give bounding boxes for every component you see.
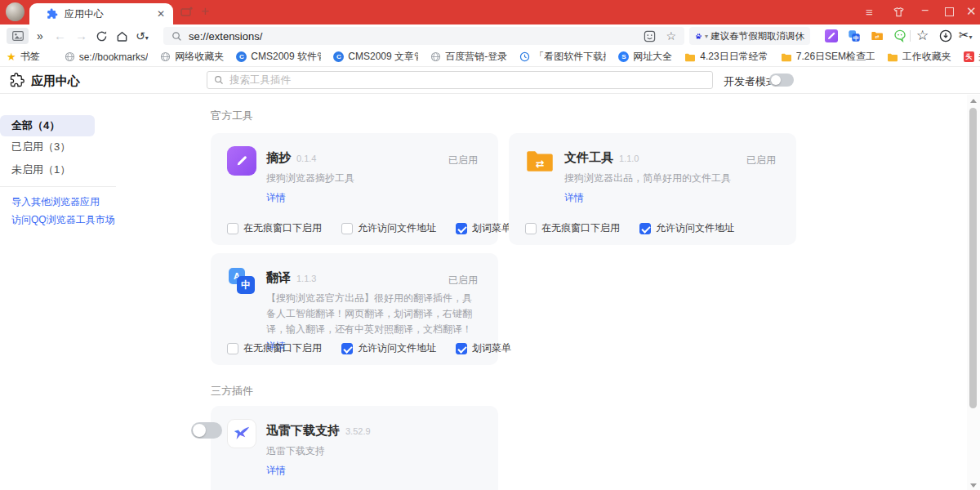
bookmark-label: 书签 — [20, 50, 40, 64]
maximize-icon[interactable] — [945, 7, 954, 16]
bookmark-item[interactable]: 「看图软件下载排 — [519, 50, 606, 64]
vertical-scrollbar[interactable] — [967, 95, 980, 490]
cms-icon: C — [333, 51, 344, 62]
checkbox[interactable] — [227, 223, 238, 234]
file-access-option[interactable]: 允许访问文件地址 — [341, 221, 436, 235]
puzzle-icon — [10, 73, 24, 87]
favorites-star-icon[interactable]: ☆ — [916, 27, 929, 44]
extension-version: 1.1.0 — [619, 154, 639, 163]
globe-icon — [430, 51, 441, 62]
detail-link[interactable]: 详情 — [266, 191, 286, 205]
checkbox[interactable] — [639, 223, 651, 234]
extension-green-icon[interactable] — [893, 29, 906, 42]
bookmark-item[interactable]: CCMS2009 文章管 — [333, 50, 418, 64]
toolbar-divider — [910, 30, 911, 42]
menu-icon[interactable]: ≡ — [866, 5, 873, 19]
bookmark-item[interactable]: S网址大全 — [618, 50, 672, 64]
sidebar-filter-disabled[interactable]: 未启用（1） — [11, 163, 70, 177]
extension-file-icon[interactable]: ⇄ — [871, 29, 884, 42]
extension-excerpt-icon[interactable] — [825, 29, 838, 42]
restore-session-icon[interactable]: ↺▾ — [136, 29, 149, 46]
reload-icon[interactable] — [96, 30, 108, 42]
extension-translate-icon[interactable]: 中 — [848, 29, 861, 42]
plugin-search-input[interactable] — [229, 74, 706, 86]
bookmark-item[interactable]: 网络收藏夹 — [160, 50, 224, 64]
tab-close-icon[interactable]: ✕ — [157, 9, 165, 19]
home-icon[interactable] — [116, 30, 128, 42]
bookmark-item[interactable]: 7.26日SEM检查工 — [781, 50, 875, 64]
minimize-icon[interactable]: − — [921, 3, 929, 18]
scroll-up-icon[interactable] — [970, 99, 977, 103]
detail-link[interactable]: 详情 — [266, 464, 286, 478]
scroll-down-icon[interactable] — [970, 483, 977, 488]
screenshot-scissors-icon[interactable]: ✂▾ — [959, 28, 973, 42]
back-icon[interactable]: ← — [54, 29, 66, 43]
close-window-icon[interactable]: ✕ — [966, 4, 977, 19]
file-access-option[interactable]: 允许访问文件地址 — [341, 341, 436, 355]
scrollbar-thumb[interactable] — [969, 108, 977, 408]
svg-text:中: 中 — [853, 35, 859, 41]
checkbox[interactable] — [341, 223, 353, 234]
s-site-icon: S — [618, 51, 629, 62]
tab-title: 应用中心 — [65, 7, 157, 21]
download-icon[interactable] — [939, 29, 952, 42]
chevron-down-icon: ▾ — [705, 33, 708, 40]
theme-shirt-icon[interactable] — [892, 6, 906, 19]
sidebar-filter-enabled[interactable]: 已启用（3） — [11, 140, 70, 154]
mini-page-button[interactable] — [7, 28, 29, 44]
hot-search-text: 建议春节假期取消调休 — [710, 30, 804, 42]
extension-version: 1.1.3 — [296, 274, 316, 283]
bookmark-item[interactable]: CCMS2009 软件管 — [236, 50, 321, 64]
sidebar-filter-all[interactable]: 全部（4） — [0, 115, 95, 136]
bookmarks-root[interactable]: ★ 书签 — [7, 50, 40, 64]
thumbnail-icon — [12, 31, 24, 41]
forward-icon[interactable]: → — [75, 29, 87, 43]
svg-text:⇄: ⇄ — [536, 158, 545, 170]
hot-search-chip[interactable]: ▾ 建议春节假期取消调休 — [689, 27, 810, 45]
checkbox[interactable] — [341, 343, 353, 354]
bookmark-item[interactable]: 头头条号 — [964, 50, 980, 64]
developer-mode-toggle[interactable] — [769, 74, 794, 87]
bookmark-label: 7.26日SEM检查工 — [796, 50, 875, 64]
status-badge: 已启用 — [746, 154, 776, 167]
browser-tab[interactable]: 应用中心 ✕ — [29, 3, 173, 24]
bookmark-label: 4.23日日常经常 — [700, 50, 768, 64]
plugin-search-box[interactable] — [207, 71, 713, 89]
user-avatar[interactable] — [6, 2, 24, 21]
checkbox[interactable] — [456, 343, 467, 354]
detail-link[interactable]: 详情 — [564, 191, 584, 205]
extension-description: 搜狗浏览器出品，简单好用的文件工具 — [564, 171, 773, 186]
expand-toolbar-icon[interactable]: » — [37, 29, 43, 43]
file-access-option[interactable]: 允许访问文件地址 — [639, 221, 734, 235]
cms-icon: C — [236, 51, 247, 62]
new-tab-icon[interactable]: + — [201, 3, 209, 20]
reader-mode-icon[interactable] — [644, 30, 656, 42]
checkbox[interactable] — [525, 223, 537, 234]
extension-description: 迅雷下载支持 — [266, 443, 475, 459]
bookmark-item[interactable]: 百度营销-登录 — [430, 50, 507, 64]
address-bar[interactable]: ☆ — [163, 27, 684, 45]
enable-toggle[interactable] — [191, 422, 222, 439]
import-extensions-link[interactable]: 导入其他浏览器应用 — [11, 195, 100, 209]
qq-market-link[interactable]: 访问QQ浏览器工具市场 — [11, 213, 115, 227]
address-input[interactable] — [189, 30, 644, 42]
bookmarks-bar: ★ 书签 se://bookmarks/ 网络收藏夹 CCMS2009 软件管 … — [0, 47, 980, 67]
globe-icon — [65, 51, 75, 62]
recently-closed-icon[interactable] — [180, 7, 193, 17]
bookmark-item[interactable]: se://bookmarks/ — [65, 51, 149, 63]
extension-card-thunder: 迅雷下载支持3.52.9 迅雷下载支持 详情 — [211, 406, 498, 490]
incognito-option[interactable]: 在无痕窗口下启用 — [525, 221, 620, 235]
bookmark-star-icon[interactable]: ☆ — [666, 29, 676, 42]
checkbox[interactable] — [227, 343, 238, 354]
word-menu-option[interactable]: 划词菜单 — [456, 341, 511, 355]
word-menu-option[interactable]: 划词菜单 — [456, 221, 511, 235]
incognito-option[interactable]: 在无痕窗口下启用 — [227, 341, 322, 355]
extension-card-excerpt: 摘抄0.1.4 已启用 搜狗浏览器摘抄工具 详情 在无痕窗口下启用 允许访问文件… — [211, 133, 498, 245]
extension-version: 0.1.4 — [296, 154, 316, 163]
sidebar-divider — [0, 186, 116, 187]
bookmark-item[interactable]: 工作收藏夹 — [887, 50, 951, 64]
checkbox[interactable] — [456, 223, 467, 234]
extension-name: 翻译 — [266, 270, 291, 286]
incognito-option[interactable]: 在无痕窗口下启用 — [227, 221, 322, 235]
bookmark-item[interactable]: 4.23日日常经常 — [684, 50, 768, 64]
